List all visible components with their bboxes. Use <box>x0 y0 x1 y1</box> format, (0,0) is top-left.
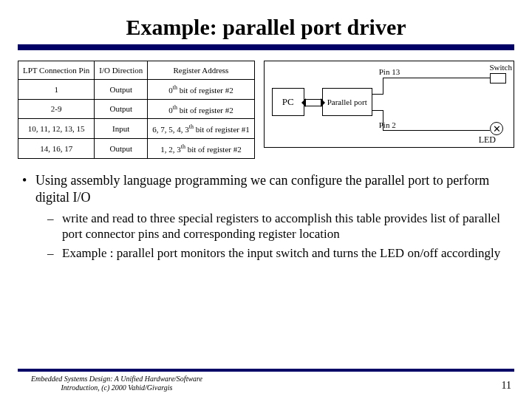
page-number: 11 <box>502 380 511 392</box>
parallel-port-box: Parallel port <box>322 88 372 116</box>
col-reg: Register Address <box>148 61 255 80</box>
wire-icon <box>383 78 383 95</box>
cell-reg: 0th bit of register #2 <box>148 80 255 100</box>
bus-icon <box>304 99 322 106</box>
switch-icon <box>490 73 506 83</box>
pc-box: PC <box>272 88 304 116</box>
footer-rule <box>18 369 514 372</box>
cell-pin: 14, 16, 17 <box>18 138 95 158</box>
pin-table: LPT Connection Pin I/O Direction Registe… <box>18 61 255 159</box>
cell-dir: Output <box>95 80 148 100</box>
body-text: Using assembly language programming we c… <box>18 172 514 262</box>
bus-arrow-left-icon <box>301 98 306 107</box>
col-pin: LPT Connection Pin <box>18 61 95 80</box>
pin2-label: Pin 2 <box>379 120 396 129</box>
upper-row: LPT Connection Pin I/O Direction Registe… <box>18 61 514 159</box>
wire-icon <box>372 110 383 111</box>
cell-reg: 1, 2, 3th bit of register #2 <box>148 138 255 158</box>
page-title: Example: parallel port driver <box>18 15 514 40</box>
bullet-level2: write and read to three special register… <box>35 211 514 243</box>
table-row: 2-9 Output 0th bit of register #2 <box>18 99 255 119</box>
cell-pin: 2-9 <box>18 99 95 119</box>
cell-dir: Input <box>95 119 148 139</box>
pin13-label: Pin 13 <box>379 67 400 76</box>
bullet-level1: Using assembly language programming we c… <box>35 172 514 206</box>
table-row: 1 Output 0th bit of register #2 <box>18 80 255 100</box>
table-row: 14, 16, 17 Output 1, 2, 3th bit of regis… <box>18 138 255 158</box>
wire-icon <box>383 78 490 78</box>
table-header-row: LPT Connection Pin I/O Direction Registe… <box>18 61 255 80</box>
led-icon: ✕ <box>490 122 503 135</box>
cell-reg: 6, 7, 5, 4, 3th bit of register #1 <box>148 119 255 139</box>
bullet-level2: Example : parallel port monitors the inp… <box>35 245 514 262</box>
wire-icon <box>383 130 490 131</box>
cell-pin: 1 <box>18 80 95 100</box>
col-dir: I/O Direction <box>95 61 148 80</box>
table: LPT Connection Pin I/O Direction Registe… <box>18 61 255 159</box>
cell-dir: Output <box>95 99 148 119</box>
slide: Example: parallel port driver LPT Connec… <box>0 0 532 399</box>
wire-icon <box>372 94 383 95</box>
footer-credit: Embedded Systems Design: A Unified Hardw… <box>21 375 213 392</box>
title-rule <box>18 44 514 50</box>
footer: Embedded Systems Design: A Unified Hardw… <box>0 369 532 392</box>
table-row: 10, 11, 12, 13, 15 Input 6, 7, 5, 4, 3th… <box>18 119 255 139</box>
cell-pin: 10, 11, 12, 13, 15 <box>18 119 95 139</box>
parallel-port-diagram: PC Parallel port Pin 13 Pin 2 Switch LED… <box>264 61 514 148</box>
wire-icon <box>383 110 383 130</box>
cell-dir: Output <box>95 138 148 158</box>
cell-reg: 0th bit of register #2 <box>148 99 255 119</box>
switch-label: Switch <box>489 63 512 72</box>
led-label: LED <box>479 134 496 146</box>
